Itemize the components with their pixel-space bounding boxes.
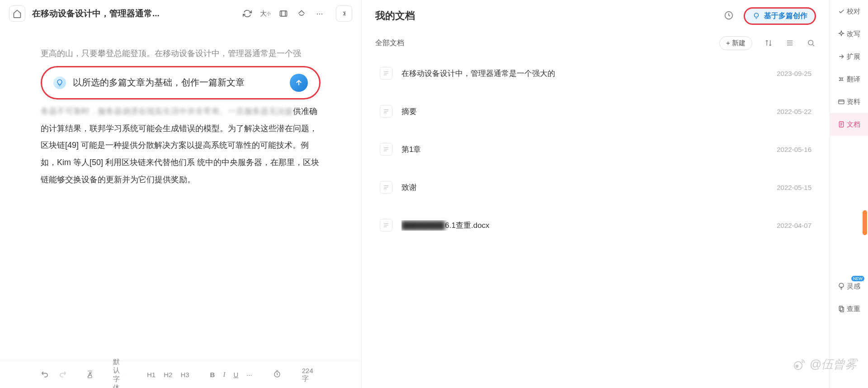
new-badge: NEW: [851, 276, 864, 281]
more-format-button[interactable]: ···: [246, 371, 252, 379]
compose-multi-button[interactable]: 基于多篇创作: [744, 7, 816, 25]
doc-icon: [380, 67, 392, 80]
bold-button[interactable]: B: [210, 371, 215, 379]
list-view-icon[interactable]: [785, 38, 795, 48]
tab-all-docs[interactable]: 全部文档: [375, 38, 404, 48]
grid-icon[interactable]: [278, 9, 288, 19]
format-bar: A̸ 默认字体 H1 H2 H3 B I U ··· 224 字: [0, 361, 361, 388]
list-item[interactable]: 摘要 2022-05-22: [375, 97, 816, 126]
compose-submit-button[interactable]: [290, 74, 308, 92]
side-translate[interactable]: 翻译: [830, 68, 868, 90]
docs-panel: 我的文档 基于多篇创作 全部文档 + 新建 在移动设备设计中，管理器通常是一个强…: [362, 0, 830, 388]
editor-toolbar: 大小 ···: [242, 9, 325, 19]
italic-button[interactable]: I: [223, 371, 225, 379]
new-doc-button[interactable]: + 新建: [719, 36, 752, 50]
clear-format-button[interactable]: A̸: [88, 371, 92, 379]
docs-topbar: 我的文档 基于多篇创作: [362, 0, 830, 32]
file-date: 2023-09-25: [777, 70, 811, 77]
side-panel: 校对 改写 扩展 翻译 资料 文档 NEW灵感 查重: [830, 0, 868, 388]
side-plagiarism[interactable]: 查重: [830, 298, 868, 320]
compose-prompt-text: 以所选的多篇文章为基础，创作一篇新文章: [73, 76, 283, 89]
list-item[interactable]: 致谢 2022-05-15: [375, 173, 816, 202]
editor-panel: 在移动设备设计中，管理器通常... 大小 ··· 更高的山，只要攀登总能登顶。在…: [0, 0, 362, 388]
text-size-icon[interactable]: 大小: [260, 9, 270, 19]
stopwatch-icon[interactable]: [273, 370, 281, 379]
file-date: 2022-05-16: [777, 146, 811, 153]
redo-button[interactable]: [58, 369, 67, 380]
paragraph-line: 更高的山，只要攀登总能登顶。在移动设备设计中，管理器通常是一个强: [41, 45, 321, 62]
word-count: 224 字: [302, 367, 313, 383]
file-name: 在移动设备设计中，管理器通常是一个强大的: [401, 68, 768, 79]
h1-button[interactable]: H1: [147, 371, 156, 379]
scrollbar-thumb[interactable]: [863, 210, 867, 235]
doc-icon: [380, 143, 392, 156]
side-expand[interactable]: 扩展: [830, 45, 868, 68]
side-docs[interactable]: 文档: [830, 113, 868, 136]
svg-point-10: [796, 365, 798, 367]
list-item[interactable]: 第1章 2022-05-16: [375, 135, 816, 164]
file-name: 摘要: [401, 106, 768, 117]
file-name: 致谢: [401, 182, 768, 193]
editor-body[interactable]: 更高的山，只要攀登总能登顶。在移动设备设计中，管理器通常是一个强 以所选的多篇文…: [0, 27, 361, 361]
file-name: ████████6.1查重.docx: [401, 220, 768, 231]
list-item[interactable]: ████████6.1查重.docx 2022-04-07: [375, 211, 816, 240]
paragraph-body: 务器不可靠时，服务器崩溃在现实生活中并非常有。一旦服务器无法提供准确的计算结果，…: [41, 103, 321, 189]
history-icon[interactable]: [724, 10, 735, 21]
compose-prompt-card: 以所选的多篇文章为基础，创作一篇新文章: [41, 66, 321, 99]
file-date: 2022-04-07: [777, 222, 811, 229]
font-select[interactable]: 默认字体: [113, 358, 126, 388]
svg-rect-8: [840, 308, 844, 312]
editor-topbar: 在移动设备设计中，管理器通常... 大小 ···: [0, 0, 361, 27]
doc-icon: [380, 105, 392, 118]
file-name: 第1章: [401, 144, 768, 155]
side-materials[interactable]: 资料: [830, 90, 868, 113]
file-date: 2022-05-15: [777, 184, 811, 191]
file-date: 2022-05-22: [777, 108, 811, 115]
svg-rect-7: [839, 306, 842, 311]
home-button[interactable]: [9, 5, 25, 22]
svg-point-3: [755, 13, 759, 17]
docs-title: 我的文档: [375, 9, 415, 23]
undo-button[interactable]: [41, 369, 50, 380]
weibo-icon: [793, 358, 806, 371]
underline-button[interactable]: U: [233, 371, 238, 379]
docs-tabs-row: 全部文档 + 新建: [362, 32, 830, 54]
document-title: 在移动设备设计中，管理器通常...: [32, 8, 236, 19]
file-list: 在移动设备设计中，管理器通常是一个强大的 2023-09-25 摘要 2022-…: [362, 54, 830, 388]
doc-icon: [380, 181, 392, 194]
collapse-button[interactable]: [336, 5, 352, 22]
bulb-icon: [53, 76, 66, 89]
share-icon[interactable]: [297, 9, 307, 19]
compose-multi-label: 基于多篇创作: [764, 11, 807, 21]
list-item[interactable]: 在移动设备设计中，管理器通常是一个强大的 2023-09-25: [375, 59, 816, 88]
h3-button[interactable]: H3: [180, 371, 189, 379]
side-proofread[interactable]: 校对: [830, 0, 868, 23]
watermark: @伍曾雾: [793, 356, 857, 372]
h2-button[interactable]: H2: [164, 371, 172, 379]
side-inspiration[interactable]: NEW灵感: [830, 275, 868, 298]
side-rewrite[interactable]: 改写: [830, 23, 868, 45]
obscured-text: 务器不可靠时，服务器崩溃在现实生活中并非常有。一旦服务器无法提: [41, 103, 293, 120]
svg-rect-0: [280, 11, 287, 16]
sort-icon[interactable]: [764, 38, 774, 48]
search-icon[interactable]: [806, 38, 816, 48]
svg-point-4: [808, 40, 813, 45]
doc-icon: [380, 219, 392, 232]
svg-rect-5: [839, 100, 844, 104]
refresh-icon[interactable]: [242, 9, 252, 19]
more-icon[interactable]: ···: [315, 9, 325, 19]
bulb-icon: [752, 12, 760, 20]
